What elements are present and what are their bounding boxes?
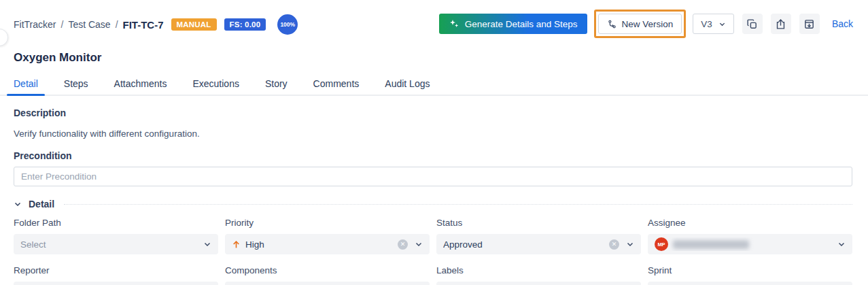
copy-button[interactable] <box>742 14 763 34</box>
breadcrumb-app[interactable]: FitTracker <box>14 19 56 30</box>
new-version-button[interactable]: New Version <box>598 14 682 34</box>
toolbar: Generate Details and Steps New Version <box>439 10 853 38</box>
assignee-select[interactable]: MP <box>648 234 852 254</box>
chevron-down-icon[interactable] <box>837 240 846 248</box>
assignee-label: Assignee <box>648 218 852 228</box>
sprint-label: Sprint <box>648 265 852 275</box>
chevron-down-icon[interactable] <box>626 240 634 248</box>
tab-detail[interactable]: Detail <box>5 74 46 95</box>
generate-details-button[interactable]: Generate Details and Steps <box>439 14 587 34</box>
field-folder-path: Folder Path Select <box>14 218 218 254</box>
detail-section-header[interactable]: Detail <box>14 199 852 209</box>
tab-audit-logs[interactable]: Audit Logs <box>377 74 438 95</box>
chevron-down-icon[interactable] <box>415 240 423 248</box>
tab-executions[interactable]: Executions <box>184 74 247 95</box>
fitness-score-badge: FS: 0.00 <box>224 18 266 31</box>
precondition-input[interactable] <box>14 167 852 186</box>
priority-label: Priority <box>225 218 430 228</box>
field-labels: Labels Login ✕ New ✕ ✕ <box>436 265 641 285</box>
priority-high-icon <box>232 240 241 249</box>
breadcrumb: FitTracker / Test Case / FIT-TC-7 MANUAL… <box>14 10 298 35</box>
breadcrumb-test-case[interactable]: Test Case <box>68 19 110 30</box>
version-select-value: V3 <box>701 19 712 29</box>
sprint-select[interactable]: Select <box>648 282 852 285</box>
detail-section-label: Detail <box>29 199 54 209</box>
field-sprint: Sprint Select <box>648 265 852 285</box>
sparkle-icon <box>449 18 459 29</box>
assignee-name-redacted <box>673 240 749 249</box>
page-title: Oxygen Monitor <box>0 38 868 65</box>
status-label: Status <box>436 218 641 228</box>
test-case-page: FitTracker / Test Case / FIT-TC-7 MANUAL… <box>0 0 868 285</box>
header: FitTracker / Test Case / FIT-TC-7 MANUAL… <box>0 0 868 38</box>
back-link[interactable]: Back <box>832 18 853 29</box>
export-button[interactable] <box>771 14 791 34</box>
export-icon <box>775 18 786 30</box>
chevron-down-icon[interactable] <box>203 240 211 248</box>
tab-bar: Detail Steps Attachments Executions Stor… <box>0 74 868 96</box>
archive-icon <box>803 18 815 30</box>
detail-fields-grid: Folder Path Select Priority <box>14 218 852 285</box>
new-version-label: New Version <box>622 19 674 29</box>
tab-comments[interactable]: Comments <box>305 74 368 95</box>
components-label: Components <box>225 265 430 275</box>
field-reporter: Reporter MP Mrunalini Potnis <box>14 265 218 285</box>
labels-select[interactable]: Login ✕ New ✕ ✕ <box>436 282 641 285</box>
tab-attachments[interactable]: Attachments <box>106 74 175 95</box>
priority-select[interactable]: High ✕ <box>225 234 430 254</box>
status-select[interactable]: Approved ✕ <box>436 234 641 254</box>
chevron-down-icon <box>718 20 726 28</box>
copy-icon <box>746 18 758 30</box>
folder-path-select[interactable]: Select <box>14 234 218 254</box>
field-components: Components Fitness ✕ UI ✕ ✕ <box>225 265 430 285</box>
section-divider <box>64 204 852 205</box>
tab-steps[interactable]: Steps <box>56 74 97 95</box>
field-priority: Priority High ✕ <box>225 218 430 254</box>
priority-value: High <box>245 239 264 250</box>
detail-tab-content: Description Verify functionality with di… <box>0 107 868 285</box>
breadcrumb-separator: / <box>116 19 118 30</box>
tab-story[interactable]: Story <box>257 74 296 95</box>
labels-label: Labels <box>436 265 641 275</box>
reporter-select[interactable]: MP Mrunalini Potnis <box>14 282 218 285</box>
branch-icon <box>607 19 617 29</box>
field-assignee: Assignee MP <box>648 218 852 254</box>
folder-path-label: Folder Path <box>14 218 218 228</box>
chevron-down-icon[interactable] <box>14 200 22 208</box>
description-label: Description <box>14 107 852 118</box>
components-select[interactable]: Fitness ✕ UI ✕ ✕ <box>225 282 430 285</box>
breadcrumb-separator: / <box>60 19 63 30</box>
clear-icon[interactable]: ✕ <box>609 239 619 250</box>
generate-details-label: Generate Details and Steps <box>465 19 578 29</box>
folder-path-placeholder: Select <box>20 239 46 250</box>
manual-type-badge: MANUAL <box>171 18 217 31</box>
breadcrumb-current-id: FIT-TC-7 <box>123 19 164 31</box>
status-value: Approved <box>443 239 483 250</box>
precondition-label: Precondition <box>14 150 852 161</box>
annotation-highlight-box: New Version <box>594 10 687 38</box>
reporter-label: Reporter <box>14 265 218 275</box>
description-text: Verify functionality with different conf… <box>14 129 852 139</box>
archive-button[interactable] <box>799 14 820 34</box>
clear-icon[interactable]: ✕ <box>398 239 408 250</box>
coverage-percent-badge: 100% <box>277 14 298 35</box>
version-select[interactable]: V3 <box>693 14 734 34</box>
field-status: Status Approved ✕ <box>436 218 641 254</box>
assignee-avatar: MP <box>655 237 668 251</box>
